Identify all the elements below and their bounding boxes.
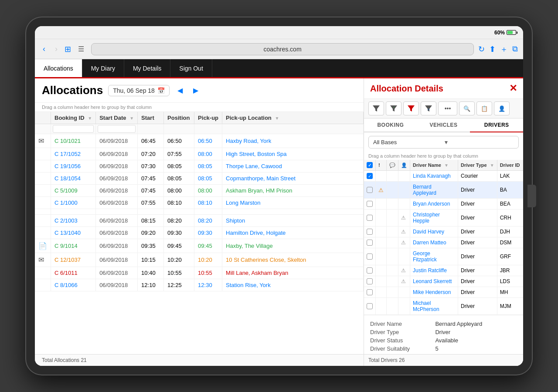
col-location[interactable]: Pick-up Location ▼: [222, 112, 364, 124]
driver-name-link[interactable]: Michael McPherson: [413, 300, 439, 312]
booking-id-cell[interactable]: C 19/1056: [51, 160, 96, 172]
booking-filter-icon[interactable]: ▼: [88, 116, 92, 121]
booking-id-cell[interactable]: C 9/1014: [51, 239, 96, 253]
booking-id-cell[interactable]: C 10/1021: [51, 134, 96, 148]
checkbox-unchecked-icon[interactable]: [367, 278, 373, 284]
nav-item-allocations[interactable]: Allocations: [35, 59, 82, 77]
table-row[interactable]: C 1/100006/09/201807:5508:1008:10Long Ma…: [35, 197, 364, 209]
driver-name-cell[interactable]: Michael McPherson: [410, 298, 458, 315]
forward-button[interactable]: ›: [52, 43, 60, 55]
col-booking-id[interactable]: Booking ID ▼: [51, 112, 96, 124]
checkbox-unchecked-icon[interactable]: [367, 303, 373, 309]
checkbox-unchecked-icon[interactable]: [367, 253, 373, 260]
driver-check-cell[interactable]: ✓: [364, 171, 376, 182]
table-row[interactable]: C 8/106606/09/201812:1012:2512:30Station…: [35, 279, 364, 291]
table-row[interactable]: ✉C 12/103706/09/201810:1510:2010:2010 St…: [35, 253, 364, 267]
filter-startdate-input[interactable]: [98, 125, 136, 133]
booking-id-cell[interactable]: C 18/1054: [51, 172, 96, 185]
driver-name-cell[interactable]: Justin Ratcliffe: [410, 265, 458, 276]
driver-name-cell[interactable]: Mike Henderson: [410, 287, 458, 298]
nav-item-sign-out[interactable]: Sign Out: [170, 59, 212, 77]
table-row[interactable]: C 19/105606/09/201807:3008:0508:05Thorpe…: [35, 160, 364, 172]
driver-check-cell[interactable]: [364, 226, 376, 237]
new-tab-button[interactable]: ＋: [500, 44, 508, 54]
home-button[interactable]: [527, 185, 536, 207]
nav-item-my-diary[interactable]: My Diary: [82, 59, 124, 77]
reload-button[interactable]: ↻: [478, 44, 485, 54]
toolbar-person-add-btn[interactable]: 👤: [494, 101, 510, 115]
tab-drivers[interactable]: DRIVERS: [470, 118, 523, 132]
driver-row[interactable]: Bryan AndersonDriverBEA: [364, 199, 523, 210]
table-row[interactable]: 📄C 9/101406/09/201809:3509:4509:45Haxby,…: [35, 239, 364, 253]
table-row[interactable]: C 13/104006/09/201809:2009:3009:30Hamilt…: [35, 227, 364, 239]
driver-name-cell[interactable]: Darren Matteo: [410, 237, 458, 248]
driver-name-cell[interactable]: David Harvey: [410, 226, 458, 237]
driver-type-filter-icon[interactable]: ▼: [490, 163, 494, 168]
booking-id-cell[interactable]: C 6/1011: [51, 267, 96, 279]
table-row[interactable]: ✉C 10/102106/09/201806:4506:5006:50Haxby…: [35, 134, 364, 148]
nav-item-my-details[interactable]: My Details: [124, 59, 170, 77]
driver-name-filter-icon[interactable]: ▼: [444, 163, 449, 168]
driver-row[interactable]: ⚠Justin RatcliffeDriverJBR: [364, 265, 523, 276]
driver-name-link[interactable]: David Harvey: [413, 229, 444, 235]
driver-check-cell[interactable]: [364, 276, 376, 287]
share-button[interactable]: ⬆: [489, 44, 496, 54]
driver-row[interactable]: ⚠Christopher HeppleDriverCRH: [364, 210, 523, 226]
driver-row[interactable]: ⚠David HarveyDriverDJH: [364, 226, 523, 237]
table-row[interactable]: [35, 209, 364, 215]
detail-close-button[interactable]: ✕: [509, 83, 517, 94]
checkbox-unchecked-icon[interactable]: [367, 215, 373, 221]
driver-name-link[interactable]: George Fitzpatrick: [413, 250, 437, 263]
check-all-icon[interactable]: ✓: [367, 162, 373, 168]
checkbox-unchecked-icon[interactable]: [367, 229, 373, 235]
table-row[interactable]: C 18/105406/09/201807:4508:0508:05Copman…: [35, 172, 364, 185]
driver-name-link[interactable]: Linda Kavanagh: [413, 173, 451, 179]
col-driver-name-header[interactable]: Driver Name ▼: [410, 160, 458, 171]
driver-check-cell[interactable]: [364, 210, 376, 226]
driver-check-cell[interactable]: [364, 248, 376, 265]
browser-menu-button[interactable]: ☰: [75, 43, 87, 55]
driver-name-cell[interactable]: Christopher Hepple: [410, 210, 458, 226]
driver-name-link[interactable]: Mike Henderson: [413, 289, 451, 295]
driver-check-cell[interactable]: [364, 265, 376, 276]
driver-name-cell[interactable]: Linda Kavanagh: [410, 171, 458, 182]
location-filter-icon[interactable]: ▼: [275, 116, 279, 121]
bases-selector[interactable]: All Bases ▼: [368, 136, 519, 149]
driver-name-link[interactable]: Leonard Skerrett: [413, 278, 452, 284]
checkbox-unchecked-icon[interactable]: [367, 289, 373, 295]
driver-check-cell[interactable]: [364, 287, 376, 298]
driver-name-link[interactable]: Bryan Anderson: [413, 201, 450, 207]
driver-name-link[interactable]: Christopher Hepple: [413, 212, 440, 224]
bookmarks-button[interactable]: ⊞: [65, 44, 71, 54]
driver-row[interactable]: ✓Linda KavanaghCourierLAK: [364, 171, 523, 182]
checkbox-unchecked-icon[interactable]: [367, 201, 373, 207]
tab-vehicles[interactable]: VEHICLES: [417, 118, 470, 132]
booking-id-cell[interactable]: [51, 209, 96, 215]
toolbar-more-btn[interactable]: •••: [438, 101, 457, 115]
url-bar[interactable]: coachres.com: [91, 43, 474, 55]
toolbar-person-edit-btn[interactable]: 📋: [476, 101, 492, 115]
driver-name-link[interactable]: Darren Matteo: [413, 240, 446, 246]
next-date-button[interactable]: ▶: [191, 85, 201, 95]
table-row[interactable]: C 6/101106/09/201810:4010:5510:55Mill La…: [35, 267, 364, 279]
driver-check-cell[interactable]: [364, 298, 376, 315]
driver-name-link[interactable]: Bernard Appleyard: [413, 184, 436, 196]
filter-booking-input[interactable]: [53, 125, 94, 133]
toolbar-filter-check-btn[interactable]: ✓: [386, 101, 401, 115]
prev-date-button[interactable]: ◀: [175, 85, 185, 95]
driver-check-cell[interactable]: [364, 199, 376, 210]
startdate-filter-icon[interactable]: ▼: [129, 116, 134, 121]
col-driver-type-header[interactable]: Driver Type ▼: [458, 160, 497, 171]
table-row[interactable]: C 17/105206/09/201807:2007:5508:00High S…: [35, 148, 364, 160]
driver-check-cell[interactable]: [364, 182, 376, 199]
date-selector[interactable]: Thu, 06 Sep 18 📅: [108, 85, 170, 96]
back-button[interactable]: ‹: [40, 43, 48, 55]
driver-row[interactable]: ⚠Leonard SkerrettDriverLDS: [364, 276, 523, 287]
driver-row[interactable]: George FitzpatrickDriverGRF: [364, 248, 523, 265]
table-row[interactable]: C 5/100906/09/201807:4508:0008:00Askham …: [35, 185, 364, 197]
driver-name-cell[interactable]: Bryan Anderson: [410, 199, 458, 210]
col-start-date[interactable]: Start Date ▼: [96, 112, 138, 124]
driver-row[interactable]: ⚠Darren MatteoDriverDSM: [364, 237, 523, 248]
booking-id-cell[interactable]: C 17/1052: [51, 148, 96, 160]
booking-id-cell[interactable]: C 8/1066: [51, 279, 96, 291]
